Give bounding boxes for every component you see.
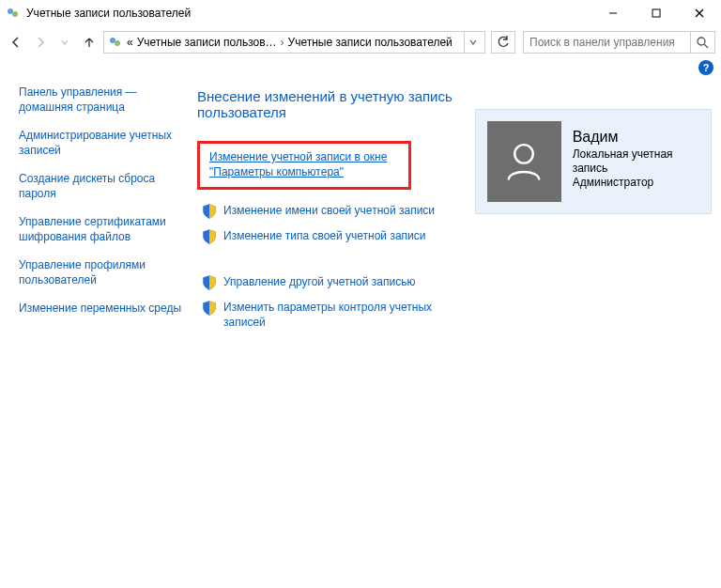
window-title: Учетные записи пользователей — [26, 7, 191, 20]
sidebar-item-password-reset-disk[interactable]: Создание дискеты сброса пароля — [19, 171, 188, 201]
sidebar-item-env-vars[interactable]: Изменение переменных среды — [19, 301, 188, 316]
sidebar-item-encryption-certs[interactable]: Управление сертификатами шифрования файл… — [19, 214, 188, 244]
avatar — [487, 121, 561, 202]
window-controls — [591, 0, 721, 26]
shield-icon — [201, 274, 218, 291]
breadcrumb[interactable]: « Учетные записи пользов… › Учетные запи… — [103, 31, 485, 54]
maximize-button[interactable] — [635, 0, 678, 26]
help-row: ? — [0, 58, 721, 75]
user-name: Вадим — [573, 129, 699, 146]
breadcrumb-part1[interactable]: Учетные записи пользов… — [137, 36, 277, 49]
window-titlebar: Учетные записи пользователей — [0, 0, 721, 26]
help-icon[interactable]: ? — [698, 60, 713, 75]
sidebar: Панель управления — домашняя страница Ад… — [19, 85, 197, 338]
user-card: Вадим Локальная учетная запись Администр… — [475, 109, 712, 214]
back-button[interactable] — [6, 32, 26, 53]
action-manage-other[interactable]: Управление другой учетной записью — [223, 274, 415, 289]
action-item: Изменение имени своей учетной записи — [201, 203, 475, 220]
up-button[interactable] — [79, 32, 100, 53]
breadcrumb-prefix: « — [127, 36, 133, 49]
action-change-type[interactable]: Изменение типа своей учетной записи — [223, 228, 425, 243]
sidebar-item-home[interactable]: Панель управления — домашняя страница — [19, 85, 188, 115]
shield-icon — [201, 228, 218, 245]
action-list-b: Управление другой учетной записью Измени… — [197, 274, 475, 330]
main-left-column: Внесение изменений в учетную запись поль… — [197, 85, 475, 338]
action-uac-settings[interactable]: Изменить параметры контроля учетных запи… — [223, 300, 439, 330]
action-list-a: Изменение имени своей учетной записи Изм… — [197, 203, 475, 245]
refresh-button[interactable] — [491, 31, 515, 54]
action-item: Изменить параметры контроля учетных запи… — [201, 300, 475, 330]
svg-point-1 — [12, 11, 18, 17]
breadcrumb-icon — [108, 35, 123, 50]
shield-icon — [201, 300, 218, 317]
user-meta: Вадим Локальная учетная запись Администр… — [573, 121, 699, 190]
nav-toolbar: « Учетные записи пользов… › Учетные запи… — [0, 26, 721, 58]
highlighted-action-box: Изменение учетной записи в окне "Парамет… — [197, 141, 411, 190]
search-icon[interactable] — [690, 32, 714, 53]
svg-point-10 — [515, 145, 534, 163]
breadcrumb-part2[interactable]: Учетные записи пользователей — [288, 36, 453, 49]
action-rename-account[interactable]: Изменение имени своей учетной записи — [223, 203, 435, 218]
sidebar-item-user-profiles[interactable]: Управление профилями пользователей — [19, 257, 188, 287]
breadcrumb-dropdown-icon[interactable] — [464, 32, 481, 53]
app-icon — [6, 6, 21, 21]
highlight-line1: Изменение учетной записи в окне — [209, 150, 387, 163]
chevron-right-icon: › — [281, 36, 284, 49]
page-title: Внесение изменений в учетную запись поль… — [197, 88, 475, 120]
svg-point-0 — [8, 8, 13, 14]
svg-point-6 — [110, 38, 115, 43]
svg-point-7 — [115, 40, 120, 46]
search-input[interactable] — [524, 36, 690, 49]
content-body: Панель управления — домашняя страница Ад… — [0, 75, 721, 338]
action-item: Изменение типа своей учетной записи — [201, 228, 475, 245]
action-change-in-settings[interactable]: Изменение учетной записи в окне "Парамет… — [209, 150, 387, 178]
close-button[interactable] — [678, 0, 721, 26]
svg-point-8 — [698, 38, 705, 45]
action-item: Управление другой учетной записью — [201, 274, 475, 291]
search-box[interactable] — [523, 31, 715, 54]
highlight-line2: "Параметры компьютера" — [209, 165, 344, 178]
main-panel: Внесение изменений в учетную запись поль… — [197, 85, 712, 338]
svg-rect-3 — [652, 9, 660, 17]
user-account-type: Локальная учетная запись — [573, 147, 699, 176]
svg-line-9 — [704, 44, 708, 48]
user-role: Администратор — [573, 176, 699, 190]
sidebar-item-admin-accounts[interactable]: Администрирование учетных записей — [19, 128, 188, 158]
forward-button[interactable] — [30, 32, 51, 53]
main-right-column: Вадим Локальная учетная запись Администр… — [475, 85, 712, 338]
minimize-button[interactable] — [591, 0, 635, 26]
shield-icon — [201, 203, 218, 220]
recent-dropdown-icon[interactable] — [54, 32, 75, 53]
